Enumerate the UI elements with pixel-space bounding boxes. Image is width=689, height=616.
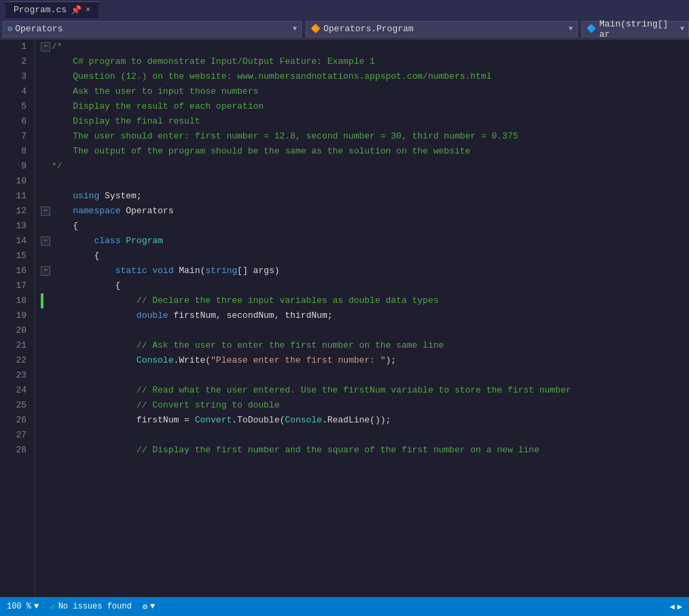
line-number: 27 <box>5 428 26 443</box>
code-token <box>52 293 137 308</box>
code-token: ); <box>386 353 397 368</box>
code-token: void <box>152 264 173 278</box>
code-token: static <box>116 264 147 278</box>
namespace-arrow-icon: ▼ <box>293 25 297 33</box>
line-number: 4 <box>5 84 26 99</box>
fold-marker[interactable]: − <box>41 42 50 52</box>
line-number: 6 <box>5 114 26 129</box>
method-dropdown[interactable]: 🔷 Main(string[] ar ▼ <box>582 21 689 37</box>
code-token <box>52 398 137 413</box>
code-line: Ask the user to input those numbers <box>41 84 689 99</box>
code-line: − namespace Operators <box>41 204 689 219</box>
code-line: The user should enter: first number = 12… <box>41 129 689 144</box>
fold-marker[interactable]: − <box>41 206 50 216</box>
line-number: 26 <box>5 413 26 428</box>
line-number: 19 <box>5 308 26 323</box>
tab-pin-icon: 📌 <box>71 5 82 16</box>
code-token: /* <box>52 39 63 54</box>
code-line: { <box>41 278 689 293</box>
code-token <box>52 189 73 204</box>
code-line: double firstNum, secondNum, thirdNum; <box>41 308 689 323</box>
line-number: 5 <box>5 99 26 114</box>
code-token: // Convert string to double <box>137 398 280 413</box>
code-token: // Ask the user to enter the first numbe… <box>137 338 444 353</box>
code-token <box>147 264 152 278</box>
method-icon: 🔷 <box>586 24 597 34</box>
code-line: firstNum = Convert.ToDouble(Console.Read… <box>41 413 689 428</box>
code-token <box>52 308 137 323</box>
method-label: Main(string[] ar <box>599 19 677 39</box>
code-line: − static void Main(string[] args) <box>41 264 689 278</box>
line-number: 15 <box>5 249 26 264</box>
line-number: 10 <box>5 174 26 189</box>
class-dropdown[interactable]: 🔶 Operators.Program ▼ <box>306 21 578 37</box>
code-token <box>52 234 94 249</box>
code-token: Main( <box>173 264 205 278</box>
code-token: { <box>52 249 99 264</box>
code-token: */ <box>52 159 63 174</box>
code-token: Operators <box>120 204 173 219</box>
code-line <box>41 428 689 443</box>
code-line: // Display the first number and the squa… <box>41 443 689 458</box>
line-number: 8 <box>5 144 26 159</box>
code-token: Console <box>285 413 322 428</box>
line-number: 2 <box>5 54 26 69</box>
class-icon: 🔶 <box>311 24 321 34</box>
code-token <box>52 264 116 278</box>
line-number: 14 <box>5 234 26 249</box>
line-number: 13 <box>5 219 26 234</box>
fold-marker[interactable]: − <box>41 236 50 246</box>
code-token: Display the final result <box>52 114 200 129</box>
code-token: Convert <box>195 413 232 428</box>
namespace-icon: ⚙ <box>7 24 12 34</box>
tab-close-icon[interactable]: × <box>86 5 90 15</box>
namespace-dropdown[interactable]: ⚙ Operators ▼ <box>3 21 302 37</box>
line-number: 20 <box>5 323 26 338</box>
code-line: − class Program <box>41 234 689 249</box>
line-numbers-gutter: 1234567891011121314151617181920212223242… <box>0 39 35 597</box>
code-token: // Declare the three input variables as … <box>137 293 439 308</box>
line-number: 9 <box>5 159 26 174</box>
namespace-label: Operators <box>15 24 63 34</box>
code-token: .ToDouble( <box>232 413 285 428</box>
code-line: Display the result of each operation <box>41 99 689 114</box>
code-editor[interactable]: −/* C# program to demonstrate Input/Outp… <box>35 39 689 597</box>
code-line: The output of the program should be the … <box>41 144 689 159</box>
code-token: = <box>179 413 194 428</box>
code-token <box>52 338 137 353</box>
file-tab[interactable]: Program.cs 📌 × <box>5 1 99 18</box>
line-number: 11 <box>5 189 26 204</box>
code-token <box>52 443 137 458</box>
line-number: 24 <box>5 383 26 398</box>
fold-marker[interactable]: − <box>41 266 50 276</box>
line-number: 18 <box>5 293 26 308</box>
code-line: { <box>41 249 689 264</box>
code-line: // Convert string to double <box>41 398 689 413</box>
code-line: Question (12.) on the website: www.numbe… <box>41 69 689 84</box>
code-token: [] args) <box>237 264 279 278</box>
code-token <box>52 204 73 219</box>
tab-label: Program.cs <box>14 5 67 15</box>
code-token: .ReadLine()); <box>322 413 391 428</box>
line-number: 17 <box>5 278 26 293</box>
code-line <box>41 368 689 383</box>
line-number: 16 <box>5 264 26 278</box>
code-token: C# program to demonstrate Input/Output F… <box>52 54 375 69</box>
line-number: 23 <box>5 368 26 383</box>
code-token: // Read what the user entered. Use the f… <box>137 383 571 398</box>
method-arrow-icon: ▼ <box>680 25 684 33</box>
code-token: string <box>205 264 237 278</box>
code-token: // Display the first number and the squa… <box>137 443 540 458</box>
code-token: The output of the program should be the … <box>52 144 470 159</box>
line-number: 1 <box>5 39 26 54</box>
code-line: C# program to demonstrate Input/Output F… <box>41 54 689 69</box>
code-line: // Declare the three input variables as … <box>41 293 689 308</box>
line-number: 21 <box>5 338 26 353</box>
code-token: using <box>73 189 99 204</box>
code-token: namespace <box>73 204 120 219</box>
code-line <box>41 174 689 189</box>
code-token: The user should enter: first number = 12… <box>52 129 518 144</box>
nav-bar: ⚙ Operators ▼ 🔶 Operators.Program ▼ 🔷 Ma… <box>0 19 689 39</box>
line-number: 22 <box>5 353 26 368</box>
code-token: class <box>94 234 120 249</box>
